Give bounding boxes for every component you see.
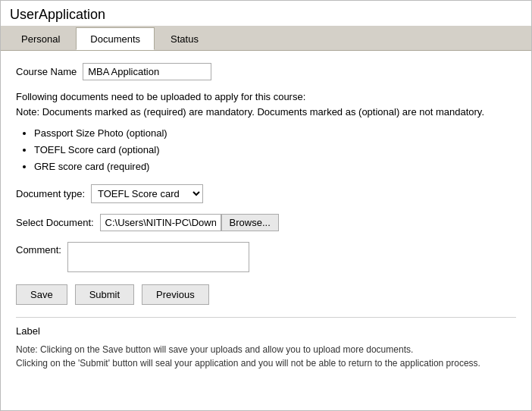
info-block: Following documents need to be uploaded … bbox=[16, 89, 516, 175]
app-window: UserApplication Personal Documents Statu… bbox=[0, 0, 532, 411]
list-item: GRE score card (required) bbox=[34, 158, 516, 175]
previous-button[interactable]: Previous bbox=[142, 284, 209, 305]
doc-type-select[interactable]: TOEFL Score card Passport Size Photo GRE… bbox=[91, 184, 203, 203]
select-doc-label: Select Document: bbox=[16, 217, 94, 228]
info-line1: Following documents need to be uploaded … bbox=[16, 89, 516, 105]
comment-label: Comment: bbox=[16, 242, 61, 256]
tab-documents[interactable]: Documents bbox=[76, 27, 155, 50]
tab-status[interactable]: Status bbox=[156, 28, 213, 50]
content-area: Course Name Following documents need to … bbox=[1, 51, 531, 382]
list-item: Passport Size Photo (optional) bbox=[34, 125, 516, 142]
list-item: TOEFL Score card (optional) bbox=[34, 142, 516, 158]
info-line2: Note: Documents marked as (required) are… bbox=[16, 105, 516, 120]
doc-type-row: Document type: TOEFL Score card Passport… bbox=[16, 184, 516, 203]
course-name-input[interactable] bbox=[83, 63, 211, 80]
note-line2: Clicking on the 'Submit' button will sea… bbox=[16, 358, 480, 369]
tab-personal[interactable]: Personal bbox=[7, 28, 74, 50]
label-text: Label bbox=[16, 325, 516, 337]
comment-row: Comment: bbox=[16, 242, 516, 272]
browse-button[interactable]: Browse... bbox=[221, 214, 279, 231]
submit-button[interactable]: Submit bbox=[75, 284, 134, 305]
tab-bar: Personal Documents Status bbox=[1, 26, 531, 51]
doc-list: Passport Size Photo (optional) TOEFL Sco… bbox=[31, 125, 516, 175]
doc-type-label: Document type: bbox=[16, 188, 85, 199]
comment-input[interactable] bbox=[67, 242, 249, 272]
select-document-row: Select Document: Browse... bbox=[16, 214, 516, 231]
window-title: UserApplication bbox=[1, 1, 531, 26]
course-name-row: Course Name bbox=[16, 63, 516, 80]
course-name-label: Course Name bbox=[16, 66, 77, 77]
file-path-input[interactable] bbox=[100, 214, 221, 231]
save-button[interactable]: Save bbox=[16, 284, 67, 305]
button-row: Save Submit Previous bbox=[16, 284, 516, 305]
divider bbox=[16, 317, 516, 318]
note-text: Note: Clicking on the Save button will s… bbox=[16, 343, 516, 370]
note-line1: Note: Clicking on the Save button will s… bbox=[16, 344, 413, 355]
